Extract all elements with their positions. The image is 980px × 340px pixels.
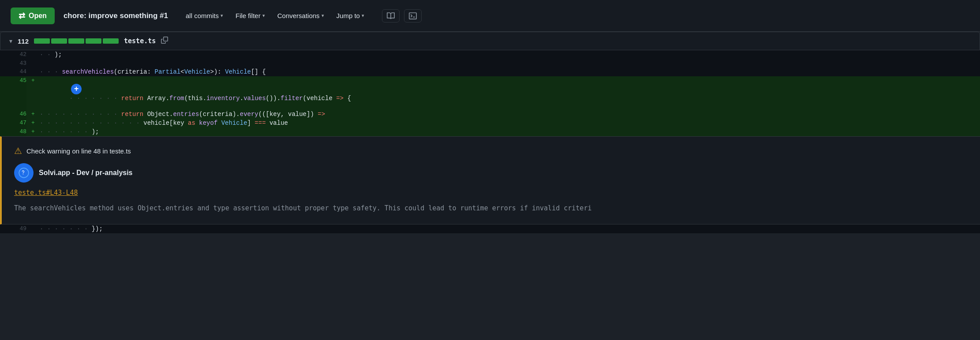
punct: >):: [210, 68, 225, 75]
diff-pill-green-1: [34, 38, 50, 44]
punct: ,: [281, 111, 288, 118]
bot-row: Solvi.app - Dev / pr-analysis: [14, 163, 968, 183]
table-row: 49 · · · · · · · });: [0, 224, 980, 233]
code: Array.: [143, 95, 169, 102]
filename: teste.ts: [124, 37, 156, 45]
table-row: 42 · · );: [0, 50, 980, 59]
toolbar: ⇄ Open chore: improve something #1 all c…: [0, 0, 980, 32]
add-marker: +: [26, 76, 40, 110]
diff-pill-green-2: [51, 38, 67, 44]
punct: {: [347, 95, 351, 102]
terminal-icon: [409, 12, 417, 20]
pr-title: chore: improve something #1: [64, 11, 168, 20]
punct: (: [199, 111, 202, 118]
line-number: 43: [0, 59, 26, 67]
keyword-as: as: [188, 120, 195, 127]
chevron-down-icon: ▾: [262, 13, 265, 19]
nav-jump-to[interactable]: Jump to ▾: [331, 9, 370, 22]
open-button[interactable]: ⇄ Open: [11, 7, 55, 24]
dots: · · · · · · ·: [40, 225, 92, 232]
line-content: · · · · · · · );: [40, 127, 980, 136]
add-marker: +: [26, 110, 40, 119]
branch-icon: ⇄: [19, 11, 25, 21]
bot-avatar: [14, 163, 34, 183]
line-number: 47: [0, 119, 26, 127]
code: vehicle[: [143, 120, 173, 127]
table-row: 46 + · · · · · · · · · · · return Object…: [0, 110, 980, 119]
diff-bottom-table: 49 · · · · · · · });: [0, 224, 980, 233]
nav-all-commits[interactable]: all commits ▾: [180, 9, 228, 22]
punct: (([: [258, 111, 269, 118]
code: [217, 120, 221, 127]
line-number: 46: [0, 110, 26, 119]
type: Vehicle: [184, 68, 210, 75]
line-number: 49: [0, 224, 26, 233]
dots: · · · · · · ·: [69, 95, 121, 102]
param: criteria: [203, 111, 232, 118]
punct: (: [184, 95, 188, 102]
line-marker: [26, 59, 40, 67]
nav-conversations[interactable]: Conversations ▾: [272, 9, 329, 22]
nav-file-filter[interactable]: File filter ▾: [230, 9, 270, 22]
punct: ()).: [266, 95, 281, 102]
line-count: 112: [18, 37, 29, 45]
line-number: 44: [0, 67, 26, 76]
operator: =>: [318, 111, 325, 118]
line-marker: [26, 224, 40, 233]
punct: );: [55, 51, 62, 58]
operator-eq: ===: [254, 120, 266, 127]
collapse-icon[interactable]: ▾: [9, 37, 12, 45]
add-marker: +: [26, 127, 40, 136]
line-content: [40, 59, 980, 67]
line-number: 48: [0, 127, 26, 136]
method: from: [169, 95, 184, 102]
line-number: 45: [0, 76, 26, 110]
toolbar-nav: all commits ▾ File filter ▾ Conversation…: [180, 9, 370, 22]
dots: · · ·: [40, 68, 62, 75]
line-marker: [26, 50, 40, 59]
warning-icon: ⚠: [14, 146, 22, 156]
punct: });: [92, 225, 103, 232]
punct: ]): [307, 111, 318, 118]
warning-header-text: Check warning on line 48 in teste.ts: [26, 147, 131, 155]
code: key: [173, 120, 188, 127]
svg-point-0: [19, 168, 29, 178]
book-icon-button[interactable]: [382, 9, 400, 22]
add-comment-button[interactable]: +: [71, 84, 82, 94]
line-content: + · · · · · · · return Array.from(this.i…: [40, 76, 980, 110]
nav-jump-to-label: Jump to: [337, 12, 360, 19]
param: criteria: [117, 68, 147, 75]
copy-icon[interactable]: [161, 37, 168, 45]
code: this.: [188, 95, 206, 102]
warning-text: The searchVehicles method uses Object.en…: [14, 203, 968, 213]
punct: ).: [232, 111, 240, 118]
method: values: [243, 95, 266, 102]
type: Vehicle: [221, 120, 247, 127]
code: Object.: [143, 111, 173, 118]
diff-pill-green-5: [103, 38, 119, 44]
chevron-down-icon: ▾: [322, 13, 324, 19]
method-name: searchVehicles: [62, 68, 114, 75]
dots: · · · · · · · · · · · · · ·: [40, 120, 143, 127]
punct: .: [240, 95, 243, 102]
line-content: · · · · · · · });: [40, 224, 980, 233]
bot-name: Solvi.app - Dev / pr-analysis: [39, 169, 133, 177]
punct: (: [303, 95, 307, 102]
keyword: return: [121, 111, 143, 118]
method: filter: [281, 95, 303, 102]
line-marker: [26, 67, 40, 76]
table-row: 47 + · · · · · · · · · · · · · · vehicle…: [0, 119, 980, 127]
chevron-down-icon: ▾: [221, 13, 223, 19]
table-row: 48 + · · · · · · · );: [0, 127, 980, 136]
warning-header: ⚠ Check warning on line 48 in teste.ts: [14, 146, 968, 156]
nav-all-commits-label: all commits: [186, 12, 219, 19]
dots: · · · · · · · · · · ·: [40, 111, 121, 118]
table-row: 45 + + · · · · · · · return Array.from(t…: [0, 76, 980, 110]
toolbar-icons: [382, 9, 422, 22]
book-icon: [387, 12, 395, 20]
diff-pills: [34, 38, 119, 44]
file-link[interactable]: teste.ts#L43-L48: [14, 189, 968, 197]
line-number: 42: [0, 50, 26, 59]
method: inventory: [206, 95, 240, 102]
terminal-icon-button[interactable]: [404, 9, 422, 22]
